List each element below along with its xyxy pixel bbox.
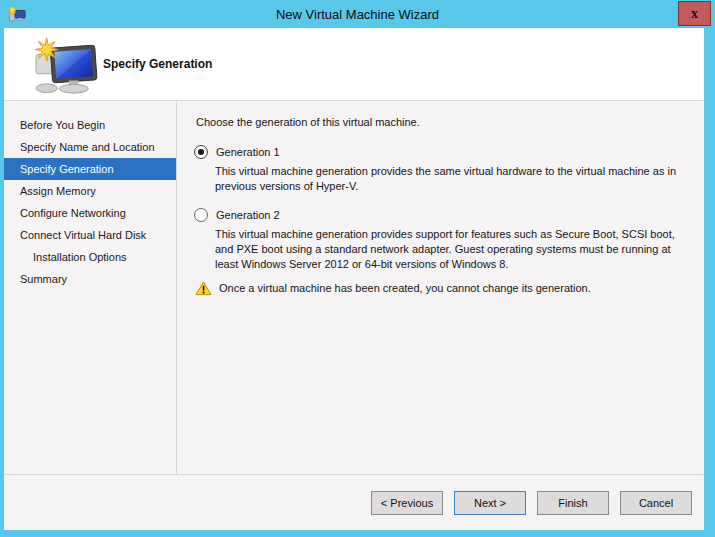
sidebar-item-label: Installation Options xyxy=(33,251,127,263)
cancel-button[interactable]: Cancel xyxy=(620,491,692,515)
generation-2-description: This virtual machine generation provides… xyxy=(215,227,690,272)
sidebar-item-label: Specify Name and Location xyxy=(20,141,155,153)
warning-triangle-icon xyxy=(195,281,212,296)
previous-button[interactable]: < Previous xyxy=(371,491,443,515)
wizard-frame: Specify Generation Before You Begin Spec… xyxy=(4,28,704,530)
warning-note: Once a virtual machine has been created,… xyxy=(195,281,690,296)
generation-1-radio[interactable]: Generation 1 xyxy=(194,145,690,159)
wizard-window: New Virtual Machine Wizard x xyxy=(0,0,715,537)
page-content: Choose the generation of this virtual ma… xyxy=(177,101,704,474)
sidebar-item-label: Configure Networking xyxy=(20,207,126,219)
sidebar-item-connect-virtual-hard-disk[interactable]: Connect Virtual Hard Disk xyxy=(4,224,176,246)
sidebar-item-summary[interactable]: Summary xyxy=(4,268,176,290)
next-button[interactable]: Next > xyxy=(454,491,526,515)
sidebar-item-configure-networking[interactable]: Configure Networking xyxy=(4,202,176,224)
close-icon: x xyxy=(691,7,698,21)
button-label: Finish xyxy=(558,497,587,509)
window-titlebar: New Virtual Machine Wizard x xyxy=(0,0,715,28)
sidebar-item-label: Summary xyxy=(20,273,67,285)
button-label: < Previous xyxy=(381,497,433,509)
radio-label: Generation 2 xyxy=(216,209,280,221)
wizard-body: Before You Begin Specify Name and Locati… xyxy=(4,101,704,474)
wizard-header: Specify Generation xyxy=(4,28,704,101)
sidebar-item-before-you-begin[interactable]: Before You Begin xyxy=(4,114,176,136)
close-button[interactable]: x xyxy=(678,1,711,26)
sidebar-item-assign-memory[interactable]: Assign Memory xyxy=(4,180,176,202)
radio-label: Generation 1 xyxy=(216,146,280,158)
sidebar-item-label: Connect Virtual Hard Disk xyxy=(20,229,146,241)
wizard-steps-sidebar: Before You Begin Specify Name and Locati… xyxy=(4,101,177,474)
sidebar-item-installation-options[interactable]: Installation Options xyxy=(4,246,176,268)
page-title: Specify Generation xyxy=(103,57,212,71)
radio-selected-icon xyxy=(194,145,208,159)
app-icon xyxy=(8,5,26,23)
generation-2-radio[interactable]: Generation 2 xyxy=(194,208,690,222)
sidebar-item-specify-generation[interactable]: Specify Generation xyxy=(4,158,176,180)
sidebar-item-label: Specify Generation xyxy=(20,163,114,175)
button-label: Next > xyxy=(474,497,506,509)
warning-text: Once a virtual machine has been created,… xyxy=(219,281,591,296)
wizard-footer: < Previous Next > Finish Cancel xyxy=(4,474,704,530)
sidebar-item-specify-name-and-location[interactable]: Specify Name and Location xyxy=(4,136,176,158)
button-label: Cancel xyxy=(639,497,673,509)
sidebar-item-label: Before You Begin xyxy=(20,119,105,131)
new-vm-computer-icon xyxy=(34,37,100,95)
radio-unselected-icon xyxy=(194,208,208,222)
finish-button[interactable]: Finish xyxy=(537,491,609,515)
generation-1-description: This virtual machine generation provides… xyxy=(215,164,690,194)
sidebar-item-label: Assign Memory xyxy=(20,185,96,197)
window-title: New Virtual Machine Wizard xyxy=(276,7,439,22)
intro-text: Choose the generation of this virtual ma… xyxy=(196,116,690,128)
